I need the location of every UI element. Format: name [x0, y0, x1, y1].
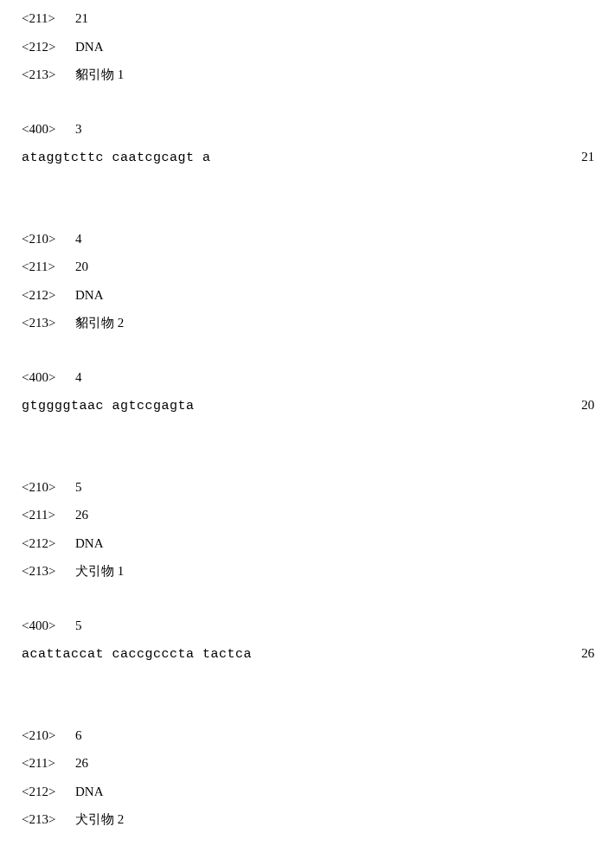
header-tag: <400> — [22, 368, 74, 388]
sequence-count: 26 — [581, 644, 594, 663]
header-tag: <210> — [22, 229, 74, 249]
header-400-line: <400> 4 — [22, 368, 594, 388]
header-tag: <213> — [22, 65, 74, 85]
header-value: 犬引物 1 — [75, 561, 124, 581]
spacer — [22, 590, 594, 616]
spacer — [22, 426, 594, 477]
header-line: <213> 犬引物 2 — [22, 810, 594, 830]
header-value: 6 — [75, 726, 82, 746]
header-tag: <210> — [22, 477, 74, 497]
header-line: <212> DNA — [22, 37, 594, 57]
header-tag: <213> — [22, 561, 74, 581]
sequence-text: gtggggtaac agtccgagta — [22, 397, 195, 417]
header-value: 26 — [75, 505, 88, 525]
sequence-row: acattaccat caccgcccta tactca 26 — [22, 644, 594, 665]
sequence-text: acattaccat caccgcccta tactca — [22, 645, 252, 665]
header-line: <211> 21 — [22, 9, 594, 29]
header-tag: <211> — [22, 257, 74, 277]
header-line: <212> DNA — [22, 285, 594, 305]
sequence-row: gtggggtaac agtccgagta 20 — [22, 395, 594, 417]
spacer — [22, 93, 594, 119]
header-value: 26 — [75, 753, 88, 773]
header-value: 犬引物 2 — [75, 810, 124, 830]
header-value: 5 — [75, 616, 82, 636]
header-tag: <211> — [22, 753, 74, 773]
header-value: 貂引物 1 — [75, 65, 124, 85]
sequence-count: 20 — [581, 395, 594, 415]
header-line: <210> 6 — [22, 726, 594, 746]
header-value: 21 — [75, 9, 88, 29]
spacer — [22, 342, 594, 368]
spacer — [22, 674, 594, 726]
spacer — [22, 177, 594, 229]
header-line: <213> 貂引物 2 — [22, 313, 594, 333]
header-tag: <213> — [22, 313, 74, 333]
header-line: <211> 26 — [22, 753, 594, 773]
header-tag: <211> — [22, 505, 74, 525]
header-line: <211> 26 — [22, 505, 594, 525]
header-400-line: <400> 3 — [22, 119, 594, 139]
header-line: <212> DNA — [22, 782, 594, 802]
header-tag: <400> — [22, 616, 74, 636]
header-line: <213> 貂引物 1 — [22, 65, 594, 85]
header-line: <212> DNA — [22, 534, 594, 554]
sequence-count: 21 — [581, 147, 594, 167]
header-tag: <212> — [22, 782, 74, 802]
header-value: 20 — [75, 257, 88, 277]
header-value: 4 — [75, 368, 82, 388]
header-line: <211> 20 — [22, 257, 594, 277]
header-value: 3 — [75, 119, 82, 139]
header-value: 5 — [75, 477, 82, 497]
header-value: DNA — [75, 37, 104, 57]
sequence-text: ataggtcttc caatcgcagt a — [22, 149, 211, 169]
header-line: <210> 5 — [22, 477, 594, 497]
header-tag: <212> — [22, 285, 74, 305]
header-value: 4 — [75, 229, 82, 249]
header-tag: <212> — [22, 534, 74, 554]
header-tag: <211> — [22, 9, 74, 29]
header-line: <210> 4 — [22, 229, 594, 249]
header-tag: <400> — [22, 119, 74, 139]
header-value: 貂引物 2 — [75, 313, 124, 333]
header-value: DNA — [75, 782, 104, 802]
header-400-line: <400> 5 — [22, 616, 594, 636]
header-value: DNA — [75, 285, 104, 305]
header-line: <213> 犬引物 1 — [22, 561, 594, 581]
sequence-row: ataggtcttc caatcgcagt a 21 — [22, 147, 594, 169]
header-tag: <213> — [22, 810, 74, 830]
header-value: DNA — [75, 534, 104, 554]
header-tag: <210> — [22, 726, 74, 746]
header-tag: <212> — [22, 37, 74, 57]
